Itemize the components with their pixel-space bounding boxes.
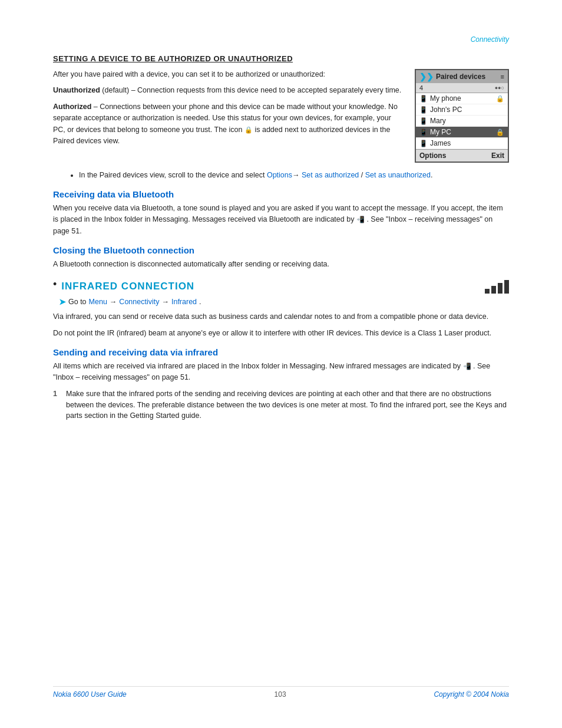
section5-para1: All items which are received via infrare… — [53, 361, 509, 384]
title-left: ❯❯ Paired devices — [419, 72, 485, 81]
device-row-mypc[interactable]: 📱 My PC 🔒 — [416, 127, 508, 138]
subtitle-number: 4 — [419, 84, 423, 91]
section3-text: A Bluetooth connection is disconnected a… — [53, 259, 509, 270]
goto-connectivity-link[interactable]: Connectivity — [119, 298, 159, 306]
device-row-james[interactable]: 📱 James — [416, 138, 508, 149]
bluetooth-message-icon: 📲 — [356, 216, 365, 223]
infrared-title-block: INFRARED CONNECTION — [61, 279, 509, 294]
unauthorized-text: (default) – Connection requests from thi… — [100, 86, 401, 94]
device-row-myphone[interactable]: 📱 My phone 🔒 — [416, 93, 508, 104]
device-row-johnspc[interactable]: 📱 John's PC — [416, 104, 508, 116]
goto-arrow1: → — [110, 298, 117, 306]
goto-infrared-link[interactable]: Infrared — [171, 298, 197, 306]
content-area: Connectivity SETTING A DEVICE TO BE AUTH… — [0, 0, 562, 462]
device-row-mary[interactable]: 📱 Mary — [416, 116, 508, 127]
subtitle-dots: ●●○ — [495, 85, 504, 91]
device-icon-johnspc: 📱 — [419, 106, 428, 114]
intro-text: After you have paired with a device, you… — [53, 69, 403, 80]
unauthorized-para: Unauthorized (default) – Connection requ… — [53, 85, 403, 96]
numbered-item-1: 1 Make sure that the infrared ports of t… — [53, 388, 509, 421]
section3-title: Closing the Bluetooth connection — [53, 245, 509, 255]
paired-devices-widget-col: ❯❯ Paired devices ≡ 4 ●●○ 📱 My phone 🔒 — [415, 69, 509, 163]
goto-line: ➤ Go to Menu → Connectivity → Infrared . — [59, 297, 509, 307]
set-unauthorized-link[interactable]: Set as unauthorized — [365, 171, 431, 179]
device-name-mary: Mary — [430, 117, 504, 125]
device-icon-james: 📱 — [419, 140, 428, 147]
section2-text: When you receive data via Bluetooth, a t… — [53, 203, 509, 237]
paired-devices-label: Paired devices — [436, 73, 485, 81]
section5-title: Sending and receiving data via infrared — [53, 347, 509, 357]
infrared-section-header-row: • INFRARED CONNECTION — [53, 279, 509, 294]
bullet-text: In the Paired devices view, scroll to th… — [79, 171, 267, 179]
bluetooth-icon: ❯❯ — [419, 72, 434, 81]
set-authorized-link[interactable]: Set as authorized — [302, 171, 359, 179]
category-header: Connectivity — [53, 35, 509, 44]
page-footer: Nokia 6600 User Guide 103 Copyright © 20… — [53, 686, 509, 699]
paired-devices-title-bar: ❯❯ Paired devices ≡ — [416, 70, 508, 83]
footer-options[interactable]: Options — [419, 151, 446, 160]
item-text-1: Make sure that the infrared ports of the… — [66, 388, 509, 421]
goto-menu-text: Menu — [89, 298, 107, 306]
item-num-1: 1 — [53, 388, 61, 421]
goto-prefix: Go to — [68, 298, 87, 306]
bullet-item-1: In the Paired devices view, scroll to th… — [79, 170, 509, 181]
device-lock-mypc: 🔒 — [496, 129, 504, 136]
device-lock-myphone: 🔒 — [496, 95, 504, 103]
goto-arrow2: → — [161, 298, 169, 306]
ir-bar-2 — [491, 286, 496, 294]
section1-text-col: After you have paired with a device, you… — [53, 69, 403, 163]
bullet-slash: / — [359, 171, 365, 179]
menu-icon: ≡ — [501, 73, 504, 80]
device-name-james: James — [430, 139, 504, 147]
footer-exit[interactable]: Exit — [491, 151, 504, 160]
goto-menu-link[interactable]: Menu — [89, 298, 107, 306]
footer-center: 103 — [275, 690, 286, 699]
lock-icon-inline: 🔒 — [244, 126, 253, 133]
bullet-list: In the Paired devices view, scroll to th… — [67, 170, 509, 181]
ir-signal-icon — [485, 279, 509, 294]
infrared-para1: Via infrared, you can send or receive da… — [53, 311, 509, 322]
authorized-term: Authorized — [53, 103, 91, 111]
section5-text1: All items which are received via infrare… — [53, 362, 461, 370]
unauthorized-term: Unauthorized — [53, 86, 100, 94]
category-label: Connectivity — [471, 35, 509, 44]
goto-connectivity-text: Connectivity — [119, 298, 159, 306]
page: Connectivity SETTING A DEVICE TO BE AUTH… — [0, 0, 562, 728]
section1-heading: SETTING A DEVICE TO BE AUTHORIZED OR UNA… — [53, 54, 509, 63]
goto-arrow: ➤ — [59, 297, 66, 307]
ir-bar-4 — [504, 280, 509, 294]
two-col-layout: After you have paired with a device, you… — [53, 69, 509, 163]
device-icon-mary: 📱 — [419, 117, 428, 125]
footer-left: Nokia 6600 User Guide — [53, 690, 127, 699]
infrared-header-inner: INFRARED CONNECTION — [61, 279, 509, 294]
goto-infrared-text: Infrared — [171, 298, 197, 306]
ir-bar-3 — [498, 283, 503, 294]
goto-end: . — [199, 298, 201, 306]
paired-devices-subtitle: 4 ●●○ — [416, 83, 508, 93]
authorized-para: Authorized – Connections between your ph… — [53, 101, 403, 147]
device-name-mypc: My PC — [430, 128, 494, 136]
bullet-dot-infrared: • — [53, 278, 57, 291]
ir-bar-1 — [485, 289, 490, 294]
infrared-msg-icon: 📲 — [463, 363, 471, 370]
footer-right: Copyright © 2004 Nokia — [434, 690, 509, 699]
options-link[interactable]: Options — [267, 171, 292, 179]
device-icon-mypc: 📱 — [419, 129, 428, 136]
device-name-johnspc: John's PC — [430, 106, 504, 114]
device-icon-myphone: 📱 — [419, 95, 428, 103]
infrared-title: INFRARED CONNECTION — [61, 281, 194, 292]
section2-title: Receiving data via Bluetooth — [53, 189, 509, 199]
goto-arrow-icon: ➤ — [59, 297, 66, 307]
paired-devices-widget: ❯❯ Paired devices ≡ 4 ●●○ 📱 My phone 🔒 — [415, 69, 509, 163]
infrared-para2: Do not point the IR (infrared) beam at a… — [53, 328, 509, 339]
paired-devices-footer: Options Exit — [416, 149, 508, 162]
device-name-myphone: My phone — [430, 94, 494, 103]
